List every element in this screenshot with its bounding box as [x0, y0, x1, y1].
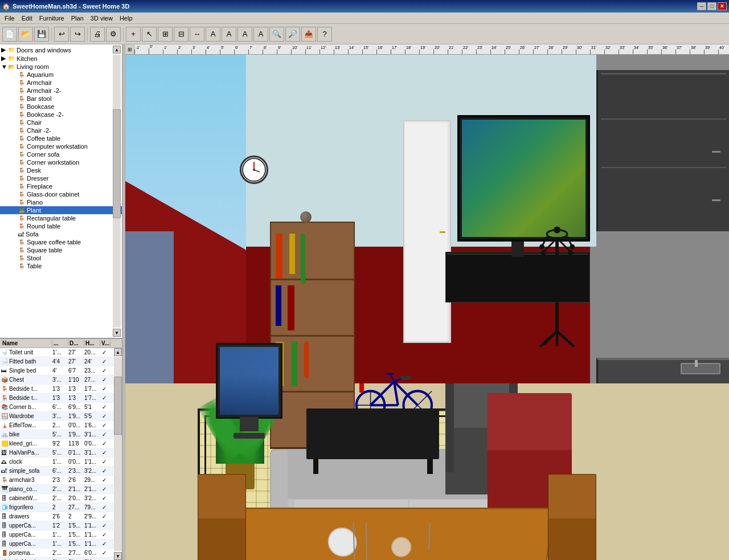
sidebar-item-coffee-table[interactable]: 🪑 Coffee table	[0, 134, 122, 142]
sidebar-item-armchair[interactable]: 🪑 Armchair	[0, 79, 122, 87]
table-row[interactable]: 🪑 Bedside t... 1'3 1'3 1'7... ✓	[0, 385, 122, 394]
sidebar-item-computer-workstation[interactable]: 🪑 Computer workstation	[0, 142, 122, 150]
furn-scroll-down[interactable]: ▼	[114, 552, 122, 560]
furn-scroll-thumb[interactable]	[114, 377, 122, 435]
menu-help[interactable]: Help	[116, 14, 136, 23]
col-v[interactable]: H...	[84, 340, 100, 346]
tree-scroll-up[interactable]: ▲	[113, 46, 121, 54]
sidebar-item-glass-door-cabinet[interactable]: 🪑 Glass-door cabinet	[0, 190, 122, 198]
tree-scroll-thumb[interactable]	[113, 109, 121, 219]
sidebar-item-corner-sofa[interactable]: 🪑 Corner sofa	[0, 150, 122, 158]
close-button[interactable]: ✕	[718, 2, 727, 10]
create-rooms-button[interactable]: ⊟	[174, 27, 189, 42]
sidebar-item-bar-stool[interactable]: 🪑 Bar stool	[0, 95, 122, 103]
menu-edit[interactable]: Edit	[18, 14, 36, 23]
row-vis[interactable]: ✓	[99, 349, 109, 355]
menu-file[interactable]: File	[1, 14, 18, 23]
row-vis[interactable]: ✓	[99, 504, 109, 510]
table-row[interactable]: 🪑 Bedside t... 1'3 1'3 1'7... ✓	[0, 394, 122, 403]
table-row[interactable]: 🗄 drawers 2'6 2 2'9... ✓	[0, 512, 122, 521]
new-button[interactable]: 📄	[2, 27, 17, 42]
table-row[interactable]: 🪟 Wardrobe 3'... 1'9... 5'5 ✓	[0, 412, 122, 421]
minimize-button[interactable]: ─	[697, 2, 706, 10]
sidebar-item-doors-windows[interactable]: ▶ 📁 Doors and windows	[0, 46, 122, 54]
furn-scroll-up[interactable]: ▲	[114, 348, 122, 356]
sidebar-item-rectangular-table[interactable]: 🪑 Rectangular table	[0, 214, 122, 222]
create-labels3-button[interactable]: A	[237, 27, 252, 42]
col-vis[interactable]: V...	[100, 340, 110, 346]
table-row[interactable]: 📦 boiteMetal 0'... 0'... 0'4... ✓	[0, 558, 122, 560]
row-vis[interactable]: ✓	[99, 377, 109, 383]
tree-view[interactable]: ▶ 📁 Doors and windows ▶ 📁 Kitchen ▼ 📂 Li…	[0, 44, 122, 338]
sidebar-item-living-room[interactable]: ▼ 📂 Living room	[0, 63, 122, 71]
sidebar-item-round-table[interactable]: 🪑 Round table	[0, 222, 122, 230]
col-h[interactable]: D...	[68, 340, 84, 346]
row-vis[interactable]: ✓	[99, 468, 109, 474]
table-row[interactable]: 📦 Chest 3'... 1'10 27... ✓	[0, 375, 122, 385]
table-row[interactable]: 🗄 cabinetW... 2'... 2'0... 3'2... ✓	[0, 494, 122, 503]
row-vis[interactable]: ✓	[99, 413, 109, 419]
menu-furniture[interactable]: Furniture	[36, 14, 68, 23]
table-row[interactable]: 🗄 upperCa... 1'2 1'5... 1'1... ✓	[0, 521, 122, 530]
table-row[interactable]: 🛏 Single bed 4' 6'7 23... ✓	[0, 366, 122, 375]
create-labels2-button[interactable]: A	[222, 27, 236, 42]
zoom-out-button[interactable]: 🔎	[285, 27, 300, 42]
sidebar-item-chair[interactable]: 🪑 Chair	[0, 118, 122, 126]
row-vis[interactable]: ✓	[99, 431, 109, 438]
zoom-in-button[interactable]: 🔍	[269, 27, 284, 42]
sidebar-item-bookcase-2[interactable]: 🪑 Bookcase -2-	[0, 111, 122, 118]
sidebar-item-square-coffee-table[interactable]: 🪑 Square coffee table	[0, 238, 122, 246]
help-button[interactable]: ?	[317, 27, 332, 42]
table-row[interactable]: 🟨 kleed_gri... 9'2 11'8 0'0... ✓	[0, 439, 122, 448]
create-walls-button[interactable]: ⊞	[158, 27, 173, 42]
table-row[interactable]: 🛁 Fitted bath 4'4 27' 24' ✓	[0, 357, 122, 366]
row-vis[interactable]: ✓	[99, 404, 109, 410]
sidebar-item-plant[interactable]: 🪴 Plant	[0, 206, 122, 214]
expand-icon[interactable]: ▶	[1, 46, 8, 54]
sidebar-item-fireplace[interactable]: 🪑 Fireplace	[0, 182, 122, 190]
save-button[interactable]: 💾	[34, 27, 49, 42]
table-row[interactable]: 🗄 upperCa... 1'... 1'5... 1'1... ✓	[0, 530, 122, 539]
row-vis[interactable]: ✓	[99, 386, 109, 392]
preferences-button[interactable]: ⚙	[106, 27, 121, 42]
row-vis[interactable]: ✓	[99, 449, 109, 456]
3d-view[interactable]: ⊞ -1' 0' 1' 2' 3' 4' 5' 6' 7' 8' 9' 10' …	[125, 44, 729, 560]
export-button[interactable]: 📤	[301, 27, 316, 42]
sidebar-item-desk[interactable]: 🪑 Desk	[0, 166, 122, 174]
sidebar-item-armchair-2[interactable]: 🪑 Armchair -2-	[0, 87, 122, 95]
row-vis[interactable]: ✓	[99, 459, 109, 465]
add-furniture-button[interactable]: +	[126, 27, 141, 42]
sidebar-item-sofa[interactable]: 🛋 Sofa	[0, 230, 122, 238]
sidebar-item-stool[interactable]: 🪑 Stool	[0, 254, 122, 262]
row-vis[interactable]: ✓	[99, 422, 109, 428]
menu-plan[interactable]: Plan	[68, 14, 87, 23]
create-dimensions-button[interactable]: ↔	[190, 27, 204, 42]
table-row[interactable]: 🖼 HaiVanPa... 5'... 0'1... 3'1... ✓	[0, 448, 122, 457]
sidebar-item-aquarium[interactable]: 🪑 Aquarium	[0, 71, 122, 79]
sidebar-item-piano[interactable]: 🪑 Piano	[0, 198, 122, 206]
tree-scroll-track[interactable]	[113, 55, 121, 328]
sidebar-item-bookcase[interactable]: 🪑 Bookcase	[0, 103, 122, 111]
sidebar-item-kitchen[interactable]: ▶ 📁 Kitchen	[0, 54, 122, 63]
row-vis[interactable]: ✓	[99, 395, 109, 401]
create-labels4-button[interactable]: A	[253, 27, 268, 42]
row-vis[interactable]: ✓	[99, 522, 109, 529]
row-vis[interactable]: ✓	[99, 495, 109, 501]
table-row[interactable]: 🧊 frigorifero 2 27... 79... ✓	[0, 503, 122, 512]
sidebar-item-corner-workstation[interactable]: 🪑 Corner workstation	[0, 158, 122, 166]
furniture-table[interactable]: 🚽 Toilet unit 1'... 27' 20... ✓ 🛁 Fitted…	[0, 348, 122, 560]
table-row[interactable]: 🚪 portema... 2'... 2'7... 6'0... ✓	[0, 549, 122, 558]
sidebar-item-square-table[interactable]: 🪑 Square table	[0, 246, 122, 254]
maximize-button[interactable]: □	[707, 2, 716, 10]
row-vis[interactable]: ✓	[99, 358, 109, 365]
table-row[interactable]: 🚽 Toilet unit 1'... 27' 20... ✓	[0, 348, 122, 357]
furn-scroll-track[interactable]	[114, 357, 122, 551]
select-button[interactable]: ↖	[142, 27, 157, 42]
col-d[interactable]: ...	[52, 340, 68, 346]
table-row[interactable]: 🗼 EiffelTow... 2... 0'0... 1'6... ✓	[0, 421, 122, 430]
table-row[interactable]: 🕰 clock 1'... 0'0... 1'1... ✓	[0, 457, 122, 467]
table-row[interactable]: 🗄 upperCa... 1'... 1'5... 1'1... ✓	[0, 539, 122, 549]
table-row[interactable]: 🪑 armchair3 2'3 2'6 29... ✓	[0, 476, 122, 485]
row-vis[interactable]: ✓	[99, 532, 109, 538]
col-name[interactable]: Name	[1, 340, 52, 346]
